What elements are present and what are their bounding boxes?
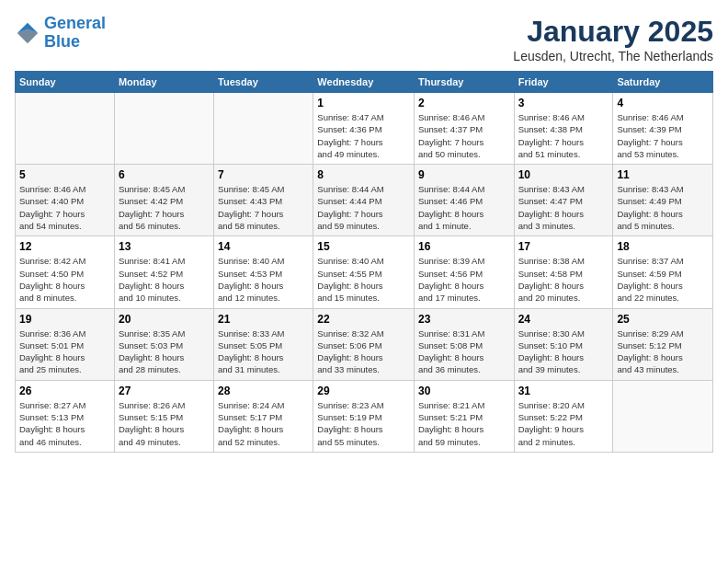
calendar-cell: 21Sunrise: 8:33 AM Sunset: 5:05 PM Dayli… [214,308,313,380]
day-info: Sunrise: 8:44 AM Sunset: 4:44 PM Dayligh… [317,183,410,232]
day-info: Sunrise: 8:35 AM Sunset: 5:03 PM Dayligh… [119,327,210,376]
day-number: 10 [518,168,609,181]
calendar-cell [214,93,313,165]
calendar-cell: 14Sunrise: 8:40 AM Sunset: 4:53 PM Dayli… [214,236,313,308]
header-col-saturday: Saturday [613,72,713,93]
header-col-sunday: Sunday [16,72,115,93]
calendar-cell: 25Sunrise: 8:29 AM Sunset: 5:12 PM Dayli… [613,308,713,380]
day-info: Sunrise: 8:46 AM Sunset: 4:37 PM Dayligh… [418,111,510,160]
calendar-cell: 26Sunrise: 8:27 AM Sunset: 5:13 PM Dayli… [16,380,115,452]
day-number: 30 [418,385,510,397]
calendar-cell: 24Sunrise: 8:30 AM Sunset: 5:10 PM Dayli… [514,308,613,380]
header-row: SundayMondayTuesdayWednesdayThursdayFrid… [16,72,713,93]
title-section: January 2025 Leusden, Utrecht, The Nethe… [513,15,713,63]
day-number: 24 [518,313,609,326]
day-number: 3 [518,97,609,109]
logo-icon [15,20,40,46]
day-info: Sunrise: 8:21 AM Sunset: 5:21 PM Dayligh… [418,399,510,448]
logo: General Blue [15,15,106,52]
calendar-cell: 8Sunrise: 8:44 AM Sunset: 4:44 PM Daylig… [313,165,415,236]
calendar-cell: 4Sunrise: 8:46 AM Sunset: 4:39 PM Daylig… [613,93,713,165]
day-info: Sunrise: 8:46 AM Sunset: 4:40 PM Dayligh… [19,183,110,232]
day-info: Sunrise: 8:41 AM Sunset: 4:52 PM Dayligh… [119,255,210,304]
header-col-thursday: Thursday [414,72,514,93]
day-info: Sunrise: 8:29 AM Sunset: 5:12 PM Dayligh… [617,327,709,376]
day-number: 6 [119,168,210,181]
week-row-4: 26Sunrise: 8:27 AM Sunset: 5:13 PM Dayli… [16,380,713,452]
day-number: 2 [418,97,510,109]
day-number: 19 [19,313,110,326]
calendar-cell: 18Sunrise: 8:37 AM Sunset: 4:59 PM Dayli… [613,236,713,308]
week-row-3: 19Sunrise: 8:36 AM Sunset: 5:01 PM Dayli… [16,308,713,380]
day-info: Sunrise: 8:45 AM Sunset: 4:42 PM Dayligh… [119,183,210,232]
calendar-cell: 9Sunrise: 8:44 AM Sunset: 4:46 PM Daylig… [414,165,514,236]
day-info: Sunrise: 8:23 AM Sunset: 5:19 PM Dayligh… [317,399,410,448]
page-header: General Blue January 2025 Leusden, Utrec… [15,15,713,63]
day-info: Sunrise: 8:42 AM Sunset: 4:50 PM Dayligh… [19,255,110,304]
day-number: 12 [19,240,110,253]
day-info: Sunrise: 8:24 AM Sunset: 5:17 PM Dayligh… [218,399,309,448]
day-info: Sunrise: 8:39 AM Sunset: 4:56 PM Dayligh… [418,255,510,304]
day-number: 29 [317,385,410,397]
calendar-cell [613,380,713,452]
day-number: 7 [218,168,309,181]
day-info: Sunrise: 8:46 AM Sunset: 4:39 PM Dayligh… [617,111,709,160]
header-col-friday: Friday [514,72,613,93]
calendar-cell: 31Sunrise: 8:20 AM Sunset: 5:22 PM Dayli… [514,380,613,452]
day-info: Sunrise: 8:37 AM Sunset: 4:59 PM Dayligh… [617,255,709,304]
calendar-cell: 7Sunrise: 8:45 AM Sunset: 4:43 PM Daylig… [214,165,313,236]
day-number: 9 [418,168,510,181]
day-number: 15 [317,240,410,253]
calendar-cell: 6Sunrise: 8:45 AM Sunset: 4:42 PM Daylig… [114,165,213,236]
calendar-cell: 3Sunrise: 8:46 AM Sunset: 4:38 PM Daylig… [514,93,613,165]
day-info: Sunrise: 8:33 AM Sunset: 5:05 PM Dayligh… [218,327,309,376]
calendar-cell: 30Sunrise: 8:21 AM Sunset: 5:21 PM Dayli… [414,380,514,452]
day-info: Sunrise: 8:20 AM Sunset: 5:22 PM Dayligh… [518,399,609,448]
day-info: Sunrise: 8:40 AM Sunset: 4:55 PM Dayligh… [317,255,410,304]
day-info: Sunrise: 8:32 AM Sunset: 5:06 PM Dayligh… [317,327,410,376]
calendar-cell: 12Sunrise: 8:42 AM Sunset: 4:50 PM Dayli… [16,236,115,308]
day-number: 18 [617,240,709,253]
week-row-1: 5Sunrise: 8:46 AM Sunset: 4:40 PM Daylig… [16,165,713,236]
calendar-cell: 11Sunrise: 8:43 AM Sunset: 4:49 PM Dayli… [613,165,713,236]
calendar-subtitle: Leusden, Utrecht, The Netherlands [513,49,713,63]
day-info: Sunrise: 8:30 AM Sunset: 5:10 PM Dayligh… [518,327,609,376]
day-number: 13 [119,240,210,253]
day-info: Sunrise: 8:46 AM Sunset: 4:38 PM Dayligh… [518,111,609,160]
day-info: Sunrise: 8:31 AM Sunset: 5:08 PM Dayligh… [418,327,510,376]
calendar-table: SundayMondayTuesdayWednesdayThursdayFrid… [15,71,713,453]
calendar-cell: 29Sunrise: 8:23 AM Sunset: 5:19 PM Dayli… [313,380,415,452]
day-number: 25 [617,313,709,326]
calendar-cell: 2Sunrise: 8:46 AM Sunset: 4:37 PM Daylig… [414,93,514,165]
calendar-cell: 23Sunrise: 8:31 AM Sunset: 5:08 PM Dayli… [414,308,514,380]
calendar-cell: 17Sunrise: 8:38 AM Sunset: 4:58 PM Dayli… [514,236,613,308]
day-number: 21 [218,313,309,326]
calendar-cell: 20Sunrise: 8:35 AM Sunset: 5:03 PM Dayli… [114,308,213,380]
week-row-0: 1Sunrise: 8:47 AM Sunset: 4:36 PM Daylig… [16,93,713,165]
day-info: Sunrise: 8:36 AM Sunset: 5:01 PM Dayligh… [19,327,110,376]
day-number: 16 [418,240,510,253]
calendar-cell [114,93,213,165]
calendar-cell: 13Sunrise: 8:41 AM Sunset: 4:52 PM Dayli… [114,236,213,308]
day-number: 26 [19,385,110,397]
day-number: 4 [617,97,709,109]
calendar-cell: 19Sunrise: 8:36 AM Sunset: 5:01 PM Dayli… [16,308,115,380]
day-info: Sunrise: 8:43 AM Sunset: 4:47 PM Dayligh… [518,183,609,232]
day-info: Sunrise: 8:44 AM Sunset: 4:46 PM Dayligh… [418,183,510,232]
day-number: 22 [317,313,410,326]
day-info: Sunrise: 8:38 AM Sunset: 4:58 PM Dayligh… [518,255,609,304]
day-number: 11 [617,168,709,181]
day-number: 14 [218,240,309,253]
calendar-cell: 15Sunrise: 8:40 AM Sunset: 4:55 PM Dayli… [313,236,415,308]
header-col-tuesday: Tuesday [214,72,313,93]
day-info: Sunrise: 8:40 AM Sunset: 4:53 PM Dayligh… [218,255,309,304]
week-row-2: 12Sunrise: 8:42 AM Sunset: 4:50 PM Dayli… [16,236,713,308]
header-col-wednesday: Wednesday [313,72,415,93]
day-number: 27 [119,385,210,397]
day-info: Sunrise: 8:45 AM Sunset: 4:43 PM Dayligh… [218,183,309,232]
day-number: 17 [518,240,609,253]
day-number: 28 [218,385,309,397]
day-number: 5 [19,168,110,181]
day-number: 1 [317,97,410,109]
calendar-body: 1Sunrise: 8:47 AM Sunset: 4:36 PM Daylig… [16,93,713,453]
